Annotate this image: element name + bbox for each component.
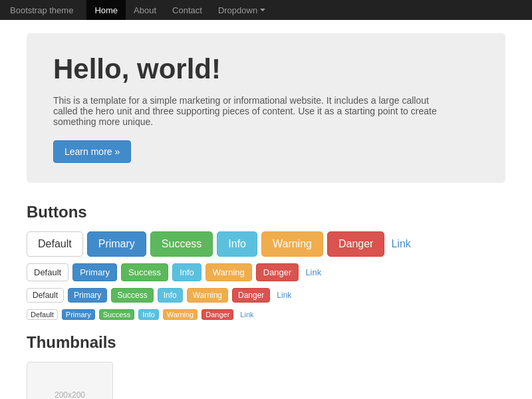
btn-default-md[interactable]: Default	[27, 263, 68, 281]
dropdown-label: Dropdown	[218, 5, 265, 15]
btn-danger-md[interactable]: Danger	[256, 263, 299, 281]
nav-items: Home About Contact Dropdown	[86, 0, 273, 20]
thumbnails-section-title: Thumbnails	[27, 333, 505, 352]
btn-warning-lg[interactable]: Warning	[261, 231, 323, 257]
btn-default-xs[interactable]: Default	[27, 309, 58, 320]
btn-success-sm[interactable]: Success	[111, 288, 153, 303]
btn-success-lg[interactable]: Success	[150, 231, 213, 257]
thumbnail-image: 200x200	[27, 362, 113, 399]
main-container: Hello, world! This is a template for a s…	[17, 20, 515, 399]
btn-link-sm[interactable]: Link	[274, 289, 294, 302]
btn-warning-md[interactable]: Warning	[205, 263, 252, 281]
hero-description: This is a template for a simple marketin…	[53, 95, 439, 127]
btn-info-lg[interactable]: Info	[217, 231, 257, 257]
navbar-brand[interactable]: Bootstrap theme	[10, 5, 73, 15]
btn-info-md[interactable]: Info	[172, 263, 201, 281]
buttons-section: Buttons Default Primary Success Info War…	[27, 203, 505, 320]
nav-item-about[interactable]: About	[126, 0, 164, 20]
btn-info-sm[interactable]: Info	[158, 288, 183, 303]
btn-danger-xs[interactable]: Danger	[201, 309, 233, 320]
btn-link-lg[interactable]: Link	[388, 232, 413, 256]
btn-success-xs[interactable]: Success	[99, 309, 135, 320]
nav-item-contact[interactable]: Contact	[164, 0, 210, 20]
btn-primary-md[interactable]: Primary	[72, 263, 117, 281]
btn-success-md[interactable]: Success	[121, 263, 168, 281]
btn-primary-lg[interactable]: Primary	[87, 231, 146, 257]
btn-row-xs: Default Primary Success Info Warning Dan…	[27, 309, 505, 320]
navbar: Bootstrap theme Home About Contact Dropd…	[0, 0, 532, 20]
btn-primary-xs[interactable]: Primary	[62, 309, 95, 320]
btn-row-lg: Default Primary Success Info Warning Dan…	[27, 231, 505, 257]
hero-title: Hello, world!	[53, 53, 479, 85]
thumbnail-label: 200x200	[55, 390, 85, 399]
btn-danger-lg[interactable]: Danger	[327, 231, 384, 257]
btn-row-md: Default Primary Success Info Warning Dan…	[27, 263, 505, 281]
dropdown-caret-icon	[260, 9, 265, 11]
nav-item-dropdown[interactable]: Dropdown	[210, 0, 273, 20]
buttons-section-title: Buttons	[27, 203, 505, 221]
btn-info-xs[interactable]: Info	[138, 309, 158, 320]
btn-default-sm[interactable]: Default	[27, 288, 64, 303]
btn-warning-sm[interactable]: Warning	[187, 288, 228, 303]
nav-item-home[interactable]: Home	[86, 0, 126, 20]
btn-warning-xs[interactable]: Warning	[163, 309, 198, 320]
thumbnails-section: Thumbnails 200x200	[27, 333, 505, 399]
btn-link-xs[interactable]: Link	[237, 310, 256, 319]
btn-default-lg[interactable]: Default	[27, 231, 83, 257]
btn-danger-sm[interactable]: Danger	[232, 288, 270, 303]
btn-row-sm: Default Primary Success Info Warning Dan…	[27, 288, 505, 303]
jumbotron: Hello, world! This is a template for a s…	[27, 33, 505, 183]
btn-link-md[interactable]: Link	[303, 264, 324, 281]
learn-more-button[interactable]: Learn more »	[53, 140, 131, 163]
btn-primary-sm[interactable]: Primary	[68, 288, 107, 303]
